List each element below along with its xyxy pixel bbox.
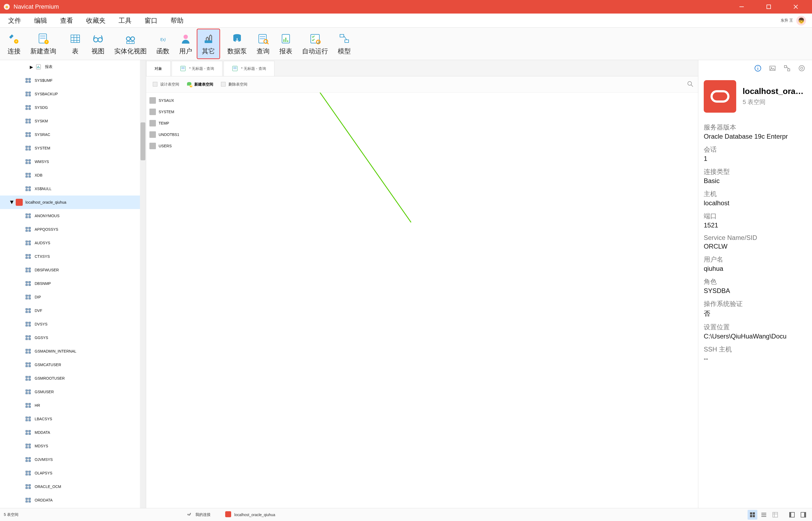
delete-tablespace-button[interactable]: 删除表空间	[218, 80, 250, 89]
toolbar-connect-button[interactable]: +连接	[3, 29, 25, 59]
list-item[interactable]: USERS	[149, 140, 695, 152]
tree-item[interactable]: LBACSYS	[0, 412, 146, 426]
schema-icon	[24, 212, 32, 220]
search-icon[interactable]	[687, 81, 695, 89]
list-item[interactable]: SYSAUX	[149, 95, 695, 106]
toolbar-table-button[interactable]: 表	[64, 29, 87, 59]
menu-file[interactable]: 文件	[2, 14, 28, 28]
minimize-button[interactable]	[728, 0, 755, 14]
maximize-button[interactable]	[755, 0, 782, 14]
tree-item[interactable]: DVSYS	[0, 317, 146, 331]
view-icons-button[interactable]	[747, 510, 757, 520]
tree-connection[interactable]: ⯆ localhost_oracle_qiuhua	[0, 196, 146, 209]
list-item[interactable]: UNDOTBS1	[149, 129, 695, 140]
schema-icon	[24, 469, 32, 477]
tree-item[interactable]: DVF	[0, 304, 146, 317]
tree-item[interactable]: GSMUSER	[0, 385, 146, 399]
schema-icon	[24, 320, 32, 328]
tree-item[interactable]: SYSKM	[0, 114, 146, 128]
toolbar-datapump-button[interactable]: 数据泵	[222, 29, 252, 59]
tree-item[interactable]: SYSDG	[0, 101, 146, 114]
menu-window[interactable]: 窗口	[138, 14, 164, 28]
toolbar-user-button[interactable]: 用户	[174, 29, 197, 59]
menu-help[interactable]: 帮助	[164, 14, 190, 28]
tree-item[interactable]: AUDSYS	[0, 236, 146, 250]
toolbar-model-button[interactable]: 模型	[333, 29, 356, 59]
panel-right-button[interactable]	[798, 510, 808, 520]
list-item[interactable]: SYSTEM	[149, 106, 695, 117]
toolbar-newquery-button[interactable]: +新建查询	[25, 29, 61, 59]
svg-rect-199	[29, 379, 30, 381]
tree-item[interactable]: DBSFWUSER	[0, 263, 146, 277]
menu-favorites[interactable]: 收藏夹	[79, 14, 112, 28]
tree-scrollbar[interactable]	[140, 60, 146, 508]
toolbar-view-button[interactable]: 视图	[87, 29, 109, 59]
tree-item[interactable]: OLAPSYS	[0, 466, 146, 480]
toolbar-autorun-button[interactable]: 自动运行	[297, 29, 333, 59]
tree-item[interactable]: GGSYS	[0, 331, 146, 344]
tree-item[interactable]: ORACLE_OCM	[0, 480, 146, 493]
tree-item[interactable]: SYSRAC	[0, 128, 146, 141]
breadcrumb-item[interactable]: localhost_oracle_qiuhua	[234, 513, 275, 517]
new-tablespace-button[interactable]: + 新建表空间	[184, 80, 216, 89]
close-button[interactable]	[782, 0, 809, 14]
tree-item[interactable]: DIP	[0, 290, 146, 304]
toolbar-function-button[interactable]: f(x)函数	[151, 29, 174, 59]
schema-icon	[24, 388, 32, 395]
info-tab-image-icon[interactable]	[769, 64, 776, 72]
user-menu[interactable]: 东升 王 👦	[776, 16, 810, 25]
toolbar-query-button[interactable]: 查询	[252, 29, 274, 59]
svg-rect-149	[26, 284, 28, 286]
tree-item[interactable]: XS$NULL	[0, 182, 146, 196]
scrollbar-thumb[interactable]	[141, 122, 145, 160]
tab-objects[interactable]: 对象	[146, 61, 170, 76]
tree-item[interactable]: WMSYS	[0, 155, 146, 168]
tree-item[interactable]: MDDATA	[0, 426, 146, 439]
tree-item[interactable]: DBSNMP	[0, 277, 146, 290]
info-key: 设置位置	[704, 323, 807, 332]
info-tab-info-icon[interactable]	[754, 64, 762, 72]
breadcrumb[interactable]: 我的连接 localhost_oracle_qiuhua	[186, 511, 275, 518]
info-tab-settings-icon[interactable]	[798, 64, 806, 72]
svg-rect-234	[29, 447, 30, 448]
tree-item[interactable]: XDB	[0, 168, 146, 182]
tree-item[interactable]: ANONYMOUS	[0, 209, 146, 223]
breadcrumb-item[interactable]: 我的连接	[195, 512, 211, 517]
menu-view[interactable]: 查看	[54, 14, 79, 28]
svg-rect-8	[40, 36, 46, 37]
tree-item[interactable]: GSMADMIN_INTERNAL	[0, 344, 146, 358]
menu-tools[interactable]: 工具	[112, 14, 138, 28]
design-tablespace-button[interactable]: 设计表空间	[149, 80, 182, 89]
svg-rect-213	[29, 406, 30, 408]
tree-item[interactable]: CTXSYS	[0, 250, 146, 263]
tree-item[interactable]: HR	[0, 399, 146, 412]
schema-icon	[24, 280, 32, 287]
tree-item[interactable]: APPQOSSYS	[0, 223, 146, 236]
svg-rect-239	[29, 457, 30, 459]
view-list-button[interactable]	[759, 510, 769, 520]
menu-edit[interactable]: 编辑	[28, 14, 54, 28]
tree-item[interactable]: GSMCATUSER	[0, 358, 146, 371]
info-key: SSH 主机	[704, 345, 807, 354]
panel-left-button[interactable]	[787, 510, 797, 520]
tree-item[interactable]: SYSBACKUP	[0, 87, 146, 101]
svg-rect-147	[26, 281, 28, 283]
info-tab-er-icon[interactable]	[783, 64, 791, 72]
view-detail-button[interactable]	[770, 510, 780, 520]
toolbar-matview-button[interactable]: 实体化视图	[109, 29, 151, 59]
svg-rect-57	[29, 92, 30, 93]
tree-item[interactable]: MDSYS	[0, 439, 146, 453]
tab-query-2[interactable]: * 无标题 - 查询	[223, 61, 274, 76]
connection-tree[interactable]: ▶ 报表 SYS$UMFSYSBACKUPSYSDGSYSKMSYSRACSYS…	[0, 60, 146, 508]
object-list[interactable]: SYSAUXSYSTEMTEMPUNDOTBS1USERS	[146, 93, 698, 508]
toolbar-other-button[interactable]: 其它	[197, 29, 220, 59]
tab-query-1[interactable]: * 无标题 - 查询	[172, 61, 222, 76]
toolbar-report-button[interactable]: 报表	[274, 29, 297, 59]
tree-item[interactable]: SYS$UMF	[0, 74, 146, 87]
tree-item[interactable]: OJVMSYS	[0, 453, 146, 466]
tree-item[interactable]: GSMROOTUSER	[0, 371, 146, 385]
tree-item-reports[interactable]: ▶ 报表	[0, 60, 146, 74]
tree-item[interactable]: ORDDATA	[0, 493, 146, 507]
tree-item[interactable]: SYSTEM	[0, 141, 146, 155]
list-item[interactable]: TEMP	[149, 117, 695, 129]
